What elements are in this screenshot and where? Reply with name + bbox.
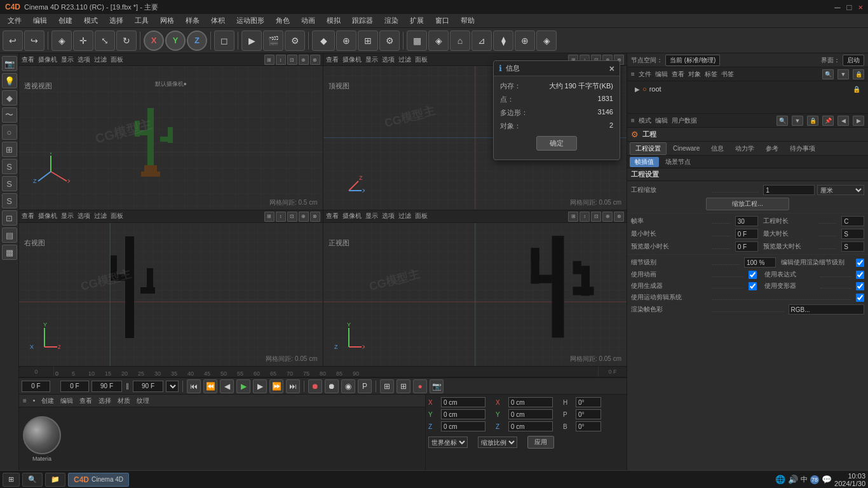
step-back-button[interactable]: ◀ (220, 379, 234, 393)
menu-volume[interactable]: 体积 (206, 15, 230, 27)
sidebar-object[interactable]: ◆ (2, 90, 17, 105)
tab-project-settings[interactable]: 工程设置 (630, 142, 667, 155)
render-view-button[interactable]: ▶ (241, 30, 262, 51)
vp-top-display[interactable]: 显示 (365, 55, 378, 64)
menu-edit[interactable]: 编辑 (28, 15, 52, 27)
vp-icon2[interactable]: ↕ (276, 55, 286, 65)
vp-right-display[interactable]: 显示 (61, 212, 74, 220)
sidebar-camera[interactable]: 📷 (2, 56, 17, 71)
render-settings-button[interactable]: ⚙ (285, 30, 305, 51)
vp-right-options[interactable]: 选项 (78, 212, 90, 220)
vp-front-filter[interactable]: 过滤 (398, 212, 411, 220)
apply-button[interactable]: 应用 (527, 436, 554, 449)
vp-right-filter[interactable]: 过滤 (94, 212, 107, 220)
sidebar-spline[interactable]: 〜 (2, 107, 17, 123)
attr-render-color-input[interactable] (789, 304, 865, 315)
vp-top-look[interactable]: 查看 (326, 55, 339, 64)
move-button[interactable]: ✛ (73, 30, 93, 51)
end-frame-input[interactable] (92, 381, 122, 392)
obj-edit[interactable]: 编辑 (655, 70, 668, 79)
flex2[interactable]: ◈ (428, 30, 449, 51)
sidebar-snap[interactable]: ⊡ (2, 210, 17, 226)
menu-tracker[interactable]: 跟踪器 (347, 15, 378, 27)
taskbar-file-explorer[interactable]: 📁 (45, 473, 65, 487)
attr-pin-icon[interactable]: 📌 (822, 116, 834, 126)
snap-btn2[interactable]: ⊞ (397, 379, 410, 393)
subtab-frame-interp[interactable]: 帧插值 (630, 157, 659, 167)
attr-fps-input[interactable] (735, 216, 758, 226)
vp-front-display[interactable]: 显示 (365, 212, 378, 220)
sidebar-nurbs[interactable]: ○ (2, 125, 17, 140)
root-item[interactable]: ▶ ○ root 🔒 (632, 84, 863, 94)
vp-f-icon4[interactable]: ⊕ (602, 212, 613, 222)
attr-arrow-left-icon[interactable]: ◀ (837, 116, 849, 126)
attr-use-deform-check[interactable] (856, 282, 864, 290)
axis-z-button[interactable]: Z (187, 30, 207, 51)
attr-mode[interactable]: 模式 (639, 116, 651, 125)
coord-y1-input[interactable] (441, 409, 485, 419)
coord-y2-input[interactable] (508, 409, 553, 419)
vp-f-icon1[interactable]: ⊞ (568, 212, 578, 222)
menu-animate[interactable]: 动画 (296, 15, 320, 27)
viewport-front-content[interactable]: Y X Z 正视图 网格间距: 0.05 cm CG模型主 (323, 223, 627, 367)
taskbar-clock[interactable]: 10:03 2024/1/30 (834, 472, 865, 487)
tab-dynamics[interactable]: 动力学 (730, 143, 759, 154)
scale-project-button[interactable]: 缩放工程... (706, 198, 789, 210)
vp-r-icon4[interactable]: ⊕ (299, 212, 309, 222)
step-forward-button[interactable]: ▶ (253, 379, 267, 393)
render-button[interactable]: 🎬 (263, 30, 283, 51)
viewport-right-content[interactable]: Y Z X 右视图 网格间距: 0.05 cm CG模型主 (19, 223, 323, 367)
attr-arrow-right-icon[interactable]: ▶ (853, 116, 864, 126)
attr-search-icon[interactable]: 🔍 (776, 116, 788, 126)
coord-z1-input[interactable] (441, 421, 485, 431)
sidebar-light[interactable]: 💡 (2, 73, 17, 88)
menu-select[interactable]: 选择 (104, 15, 128, 27)
vp-look[interactable]: 查看 (22, 55, 34, 64)
attr-filter-icon[interactable]: ▼ (792, 116, 803, 126)
mat-menu-icon[interactable]: ≡ (23, 397, 27, 404)
preview-end-frame[interactable] (133, 381, 163, 392)
undo-button[interactable]: ↩ (3, 30, 23, 51)
goto-start-button[interactable]: ⏮ (187, 379, 201, 393)
attr-prev-min-input[interactable] (735, 241, 758, 252)
obj-filter-icon[interactable]: ▼ (837, 69, 849, 79)
attr-lock-icon[interactable]: 🔒 (807, 116, 818, 126)
vp-front-look[interactable]: 查看 (326, 212, 339, 220)
attr-lod-input[interactable] (744, 257, 776, 268)
key-button[interactable]: ◉ (341, 379, 355, 393)
vp-right-camera[interactable]: 摄像机 (38, 212, 57, 220)
attr-proj-dur-input[interactable] (841, 216, 864, 226)
play-button[interactable]: ▶ (236, 379, 250, 393)
network-icon[interactable]: 🌐 (775, 475, 785, 484)
obj-search-icon[interactable]: 🔍 (822, 69, 834, 79)
obj-lock-icon[interactable]: 🔒 (853, 69, 864, 79)
vp-options[interactable]: 选项 (78, 55, 90, 64)
mat-material[interactable]: 材质 (118, 396, 130, 405)
auto-key-button[interactable]: ⏺ (325, 379, 339, 393)
obj-view[interactable]: 查看 (672, 70, 684, 79)
vp-camera[interactable]: 摄像机 (38, 55, 57, 64)
vp-top-panel[interactable]: 面板 (415, 55, 428, 64)
settings-btn[interactable]: ⚙ (379, 30, 400, 51)
info-confirm-button[interactable]: 确定 (536, 136, 577, 151)
coord-x2-input[interactable] (508, 397, 553, 407)
attr-user-data[interactable]: 用户数据 (672, 116, 697, 125)
scale-button[interactable]: ⤡ (95, 30, 115, 51)
vp-top-camera[interactable]: 摄像机 (342, 55, 362, 64)
attr-edit-lod-check[interactable] (856, 259, 864, 267)
axis-x-button[interactable]: X (144, 30, 164, 51)
viewport-front[interactable]: 查看 摄像机 显示 选项 过滤 面板 ⊞ ↕ ⊡ ⊕ ⊗ (323, 210, 627, 367)
vp-icon4[interactable]: ⊕ (299, 55, 309, 65)
grid-snap[interactable]: ⊞ (358, 30, 378, 51)
obj-bookmark[interactable]: 书签 (721, 70, 734, 79)
vp-right-panel[interactable]: 面板 (111, 212, 123, 220)
tab-reference[interactable]: 参考 (761, 143, 783, 154)
sidebar-s2[interactable]: S (2, 176, 17, 191)
attr-prev-max-input[interactable] (841, 241, 864, 252)
viewport-right[interactable]: 查看 摄像机 显示 选项 过滤 面板 ⊞ ↕ ⊡ ⊕ ⊗ (19, 210, 323, 367)
attr-scale-input[interactable] (763, 185, 814, 195)
minimize-button[interactable]: ─ (834, 3, 840, 12)
record-button[interactable]: ⏺ (308, 379, 322, 393)
menu-spline[interactable]: 样条 (180, 15, 205, 27)
attr-max-input[interactable] (841, 229, 864, 239)
